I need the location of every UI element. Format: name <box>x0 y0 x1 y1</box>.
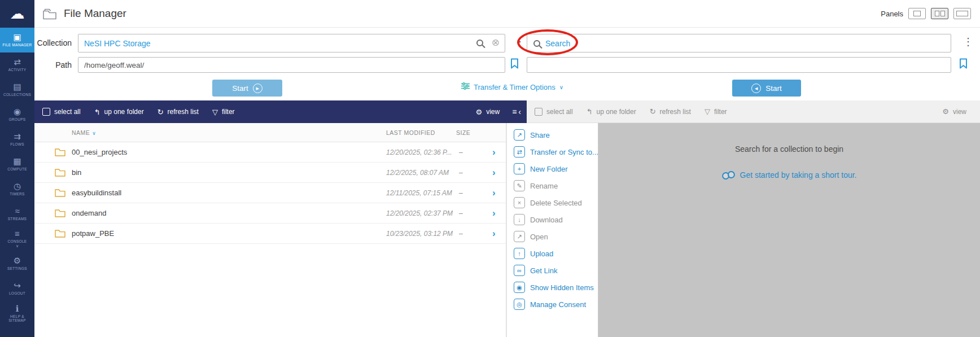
select-all-checkbox[interactable] <box>535 108 542 116</box>
refresh-list-button[interactable]: ↻ refresh list <box>650 108 691 116</box>
action-menu-item-label: Rename <box>530 182 558 190</box>
file-row[interactable]: bin 12/2/2025, 08:07 AM – › <box>34 163 506 183</box>
transfer-options-label: Transfer & Timer Options <box>474 83 555 91</box>
file-row[interactable]: 00_nesi_projects 12/20/2025, 02:36 P... … <box>34 142 506 163</box>
empty-state-message: Search for a collection to begin <box>598 145 980 154</box>
sidebar-item[interactable]: ▤ COLLECTIONS ∨ <box>0 77 34 102</box>
globus-logo[interactable]: ☁ <box>0 0 34 28</box>
file-name: bin <box>72 163 81 183</box>
search-input[interactable] <box>545 39 951 48</box>
action-menu-item[interactable]: ↑ Upload <box>507 245 598 262</box>
upload-icon: ↑ <box>514 248 525 259</box>
sidebar-item[interactable]: ▦ COMPUTE ∨ <box>0 152 34 177</box>
up-one-folder-button[interactable]: ↰ up one folder <box>94 108 144 116</box>
refresh-list-button[interactable]: ↻ refresh list <box>158 108 199 116</box>
select-all-label: select all <box>546 108 573 116</box>
flows-icon: ⇉ <box>14 132 21 141</box>
collection-label: Collection <box>34 34 72 52</box>
sidebar-item[interactable]: ◷ TIMERS ∨ <box>0 177 34 202</box>
refresh-icon: ↻ <box>158 108 164 116</box>
action-menu-item[interactable]: ✎ Rename <box>507 177 598 194</box>
left-start-button[interactable]: Start ▶ <box>212 80 282 97</box>
action-menu-item[interactable]: ⇄ Transfer or Sync to... <box>507 143 598 160</box>
column-header-modified[interactable]: LAST MODIFIED <box>386 123 435 142</box>
action-menu-item[interactable]: ◉ Show Hidden Items <box>507 279 598 296</box>
action-menu-item[interactable]: ↗ Open <box>507 228 598 245</box>
sidebar-item[interactable]: ▣ FILE MANAGER ∨ <box>0 28 34 52</box>
chevron-right-icon[interactable]: › <box>492 142 496 163</box>
up-one-folder-button[interactable]: ↰ up one folder <box>587 108 636 116</box>
sidebar: ☁ ▣ FILE MANAGER ∨ ⇄ ACTIVITY ∨ ▤ COLLEC… <box>0 0 34 337</box>
select-all-checkbox[interactable] <box>42 108 50 116</box>
sidebar-item[interactable]: ℹ HELP & SITEMAP ∨ <box>0 301 34 326</box>
sidebar-item[interactable]: ≡ CONSOLE ∨ <box>0 226 34 251</box>
action-menu-item[interactable]: × Delete Selected <box>507 194 598 211</box>
sidebar-item[interactable]: ◉ GROUPS ∨ <box>0 102 34 127</box>
file-name: 00_nesi_projects <box>72 142 127 163</box>
chevron-left-icon: ‹ <box>518 107 521 116</box>
menu-icon: ≡ <box>512 107 517 116</box>
chevron-right-icon[interactable]: › <box>492 183 496 203</box>
file-row[interactable]: potpaw_PBE 10/23/2025, 03:12 PM – › <box>34 224 506 244</box>
file-row[interactable]: ondemand 12/20/2025, 02:37 PM – › <box>34 203 506 224</box>
file-modified: 12/20/2025, 02:36 P... <box>386 142 452 163</box>
panel-layout-double-button[interactable] <box>931 8 948 19</box>
folder-icon <box>55 189 65 197</box>
filter-icon: ▽ <box>212 108 218 116</box>
file-row[interactable]: easybuildinstall 12/11/2025, 07:15 AM – … <box>34 183 506 203</box>
action-menu-item[interactable]: ↗ Share <box>507 126 598 143</box>
filter-button[interactable]: ▽ filter <box>212 108 235 116</box>
sidebar-nav: ▣ FILE MANAGER ∨ ⇄ ACTIVITY ∨ ▤ COLLECTI… <box>0 28 34 326</box>
search-icon <box>533 40 540 47</box>
action-menu-item[interactable]: ↓ Download <box>507 211 598 228</box>
clear-icon[interactable]: ⊗ <box>492 38 500 47</box>
timers-icon: ◷ <box>14 182 21 190</box>
rename-icon: ✎ <box>514 180 525 191</box>
search-options-menu-icon[interactable]: ⋮ <box>963 37 973 47</box>
right-start-button[interactable]: ◀ Start <box>732 80 801 97</box>
up-one-folder-icon: ↰ <box>94 108 100 116</box>
action-menu-item[interactable]: ◎ Manage Consent <box>507 296 598 313</box>
chevron-right-icon[interactable]: › <box>492 203 496 224</box>
chevron-right-icon[interactable]: › <box>492 163 496 183</box>
sidebar-item[interactable]: ⚙ SETTINGS ∨ <box>0 251 34 276</box>
view-button[interactable]: ⚙ view <box>942 108 966 116</box>
wide-panel-glyph <box>956 11 968 16</box>
folder-icon <box>55 229 65 238</box>
transfer-timer-options-toggle[interactable]: Transfer & Timer Options ∨ <box>461 82 563 91</box>
path-input-right[interactable] <box>527 57 951 73</box>
new-folder-icon: + <box>514 163 525 174</box>
sidebar-item[interactable]: ≈ STREAMS ∨ <box>0 202 34 226</box>
search-icon[interactable] <box>476 40 483 46</box>
file-list: 00_nesi_projects 12/20/2025, 02:36 P... … <box>34 142 506 244</box>
select-all-control[interactable]: select all <box>535 108 573 116</box>
tour-link[interactable]: Get started by taking a short tour. <box>598 170 980 180</box>
sidebar-item[interactable]: ↪ LOGOUT ∨ <box>0 276 34 301</box>
collapse-panel-button[interactable]: ≡ ‹ <box>512 107 521 116</box>
sidebar-item[interactable]: ⇄ ACTIVITY ∨ <box>0 52 34 77</box>
column-header-name[interactable]: NAME∨ <box>72 123 96 143</box>
action-menu-item-label: Transfer or Sync to... <box>530 148 598 156</box>
path-input[interactable] <box>78 57 505 73</box>
filter-button[interactable]: ▽ filter <box>705 108 727 116</box>
bookmark-icon[interactable] <box>510 58 519 69</box>
column-header-size[interactable]: SIZE <box>456 123 470 142</box>
bookmark-icon[interactable] <box>959 58 968 69</box>
gear-icon: ⚙ <box>942 108 949 115</box>
get-link-icon: ∞ <box>514 265 525 276</box>
sidebar-item[interactable]: ⇉ FLOWS ∨ <box>0 127 34 152</box>
file-manager-folder-icon <box>42 7 57 20</box>
collection-options-menu-icon[interactable]: ⋮ <box>515 37 525 47</box>
file-modified: 12/2/2025, 08:07 AM <box>386 163 449 183</box>
action-menu-item[interactable]: ∞ Get Link <box>507 262 598 279</box>
file-size: – <box>459 203 463 224</box>
action-menu-item[interactable]: + New Folder <box>507 160 598 177</box>
chevron-right-icon[interactable]: › <box>492 224 496 244</box>
select-all-control[interactable]: select all <box>42 108 81 116</box>
up-one-folder-label: up one folder <box>597 108 636 116</box>
collection-input[interactable] <box>78 39 505 48</box>
panel-layout-single-button[interactable] <box>908 8 926 19</box>
view-button[interactable]: ⚙ view <box>475 108 500 116</box>
collections-icon: ▤ <box>13 82 21 91</box>
panel-layout-wide-button[interactable] <box>953 8 971 19</box>
